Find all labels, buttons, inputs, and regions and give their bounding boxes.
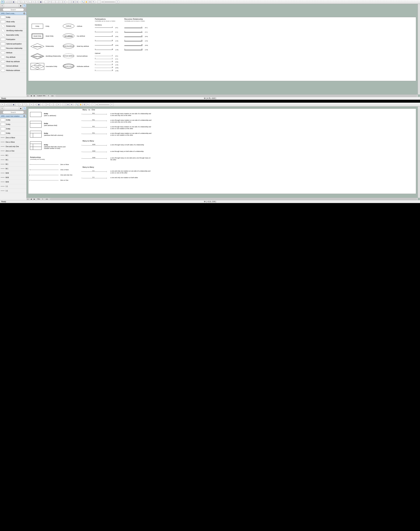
- cardinality-line[interactable]: [124, 41, 142, 41]
- associative-entity-shape[interactable]: AssociativeEntity: [30, 63, 45, 70]
- tree-tab-icon[interactable]: ☷: [0, 107, 4, 110]
- cardinality-line[interactable]: [95, 62, 113, 62]
- zoom-out-icon[interactable]: −: [92, 103, 95, 106]
- palette-item[interactable]: Zero or One: [0, 149, 26, 153]
- zoom-stepper-icon[interactable]: ⇕: [47, 95, 50, 97]
- tool-grid-icon[interactable]: ▦: [12, 103, 15, 106]
- cardinality-line[interactable]: [95, 41, 113, 41]
- horizontal-scrollbar[interactable]: [56, 95, 417, 97]
- zoom-label[interactable]: 75%: [36, 198, 41, 200]
- tree-tab-icon[interactable]: ☷: [0, 4, 4, 7]
- cardinality-line[interactable]: [95, 28, 113, 28]
- palette-item[interactable]: Recursive relationship: [0, 46, 26, 50]
- derived-attribute-shape[interactable]: Derived attribute: [63, 54, 74, 58]
- palette-item[interactable]: Key attribute: [0, 55, 26, 59]
- palette-item[interactable]: Multivalue attribute: [0, 68, 26, 73]
- search-input[interactable]: [3, 111, 24, 114]
- relationship-line[interactable]: [31, 164, 59, 165]
- tool-line-icon[interactable]: ⟋: [45, 0, 48, 3]
- tool-zoom-icon[interactable]: 🔍: [81, 0, 84, 3]
- cardinality-line[interactable]: [124, 50, 142, 50]
- relationship-line[interactable]: [83, 114, 106, 114]
- tool-ungroup-icon[interactable]: ⊞: [66, 103, 70, 106]
- zoom-label[interactable]: Custom 79%: [36, 95, 47, 97]
- palette-item[interactable]: Associative entity: [0, 33, 26, 37]
- entity-cols[interactable]: [30, 131, 42, 137]
- vertical-scrollbar[interactable]: [418, 107, 420, 198]
- palette-item[interactable]: One and only One: [0, 144, 26, 149]
- palette-item[interactable]: M:1: [0, 158, 26, 162]
- tool-rect-icon[interactable]: ▭: [5, 0, 8, 3]
- attribute-shape[interactable]: Attribute: [63, 24, 74, 28]
- tool-ellipse-icon[interactable]: ◯: [8, 0, 12, 3]
- canvas-scroll[interactable]: Entity Entity Weak Entity Weak Entity Re…: [27, 4, 418, 94]
- relationship-line[interactable]: [31, 180, 59, 180]
- palette-item[interactable]: Relationship: [0, 24, 26, 28]
- tool-arrow-icon[interactable]: ↖: [1, 0, 4, 3]
- drawing-canvas[interactable]: Entity Entity Weak Entity Weak Entity Re…: [28, 17, 416, 81]
- horizontal-scrollbar[interactable]: [50, 198, 417, 200]
- close-icon[interactable]: ×: [23, 13, 25, 15]
- palette-item[interactable]: Weak entity: [0, 19, 26, 24]
- tool-snap-icon[interactable]: ▣: [39, 0, 42, 3]
- tool-dropper-icon[interactable]: ✎: [86, 103, 90, 106]
- tool-group-icon[interactable]: ⬚: [63, 103, 66, 106]
- entity-shape[interactable]: Entity: [32, 24, 43, 29]
- drawing-canvas[interactable]: Entity (with no attributes) Entity (with…: [28, 109, 416, 194]
- zoom-in-icon[interactable]: +: [110, 103, 114, 106]
- palette-item[interactable]: Entity: [0, 131, 26, 135]
- next-page-icon[interactable]: ▶: [33, 198, 36, 200]
- palette-item[interactable]: 1:1: [0, 184, 26, 189]
- search-tab-icon[interactable]: 🔍: [23, 4, 26, 7]
- tool-connector-icon[interactable]: ⌐: [21, 0, 24, 3]
- section-header[interactable]: ERD, crow's foot notation ×: [0, 115, 26, 118]
- palette-item[interactable]: Participation: [0, 37, 26, 42]
- cardinality-line[interactable]: [124, 45, 142, 45]
- view-icon[interactable]: ▯▯▯: [45, 198, 49, 200]
- grid-tab-icon[interactable]: ▦: [19, 4, 22, 7]
- tool-curve-icon[interactable]: 〜: [46, 103, 49, 106]
- tool-snap-icon[interactable]: ▣: [37, 103, 40, 106]
- tool-rect-icon[interactable]: ▭: [5, 103, 8, 106]
- vertical-scrollbar[interactable]: [418, 4, 420, 94]
- palette-item[interactable]: Weak key attribute: [0, 59, 26, 64]
- tool-connector-icon[interactable]: ⤶: [35, 0, 39, 3]
- close-icon[interactable]: ×: [23, 115, 25, 117]
- palette-item[interactable]: 1:1: [0, 189, 26, 193]
- tool-connector-icon[interactable]: ⤷: [32, 0, 35, 3]
- palette-item[interactable]: M:1: [0, 166, 26, 171]
- palette-item[interactable]: Entity: [0, 122, 26, 127]
- zoom-stepper-icon[interactable]: ⇕: [41, 198, 45, 200]
- palette-item[interactable]: M:M: [0, 180, 26, 184]
- palette-item[interactable]: Identifying relationship: [0, 28, 26, 33]
- tool-grid-icon[interactable]: ▦: [12, 0, 15, 3]
- tool-arrow-line-icon[interactable]: →: [50, 103, 53, 106]
- palette-item[interactable]: Derived attribute: [0, 64, 26, 68]
- canvas-scroll[interactable]: Entity (with no attributes) Entity (with…: [27, 107, 418, 198]
- cardinality-line[interactable]: [95, 65, 113, 65]
- prev-page-icon[interactable]: ◀: [30, 198, 33, 200]
- palette-item[interactable]: Entity: [0, 118, 26, 122]
- relationship-line[interactable]: [83, 134, 106, 134]
- tool-align-icon[interactable]: ≡: [57, 103, 60, 106]
- cardinality-line[interactable]: [95, 50, 113, 50]
- tool-align-icon[interactable]: ≡: [63, 0, 66, 3]
- entity-rows[interactable]: [30, 142, 42, 150]
- zoom-in-icon[interactable]: +: [116, 0, 119, 3]
- cardinality-line[interactable]: [95, 56, 113, 56]
- prev-page-icon[interactable]: ◀: [30, 95, 33, 97]
- relationship-line[interactable]: [83, 158, 106, 159]
- tool-ungroup-icon[interactable]: ⊞: [72, 0, 75, 3]
- palette-item[interactable]: Optional participation: [0, 42, 26, 46]
- relationship-line[interactable]: [31, 170, 59, 170]
- tool-connector-icon[interactable]: ┘: [25, 0, 28, 3]
- relationship-line[interactable]: [83, 178, 106, 178]
- cardinality-line[interactable]: [95, 36, 113, 37]
- tool-ellipse-icon[interactable]: ◯: [8, 103, 12, 106]
- palette-item[interactable]: Entity: [0, 127, 26, 131]
- palette-item[interactable]: Attribute: [0, 50, 26, 55]
- tool-connector-icon[interactable]: ⤶: [33, 103, 37, 106]
- palette-item[interactable]: Entity: [0, 15, 26, 19]
- grid-tab-icon[interactable]: ▦: [19, 107, 22, 110]
- tool-connector-icon[interactable]: └: [15, 103, 19, 106]
